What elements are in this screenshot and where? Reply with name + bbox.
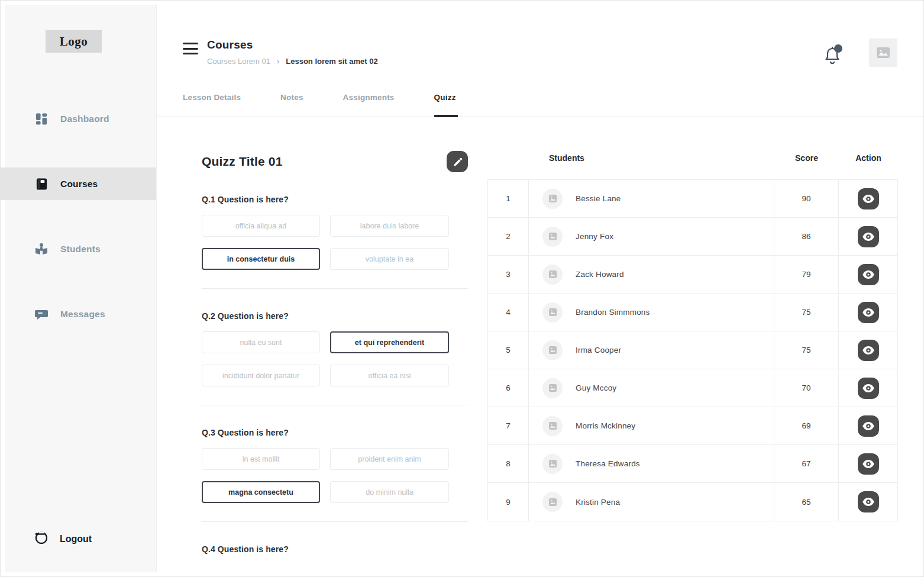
table-header: Students Score Action [487,153,898,163]
column-header-score: Score [774,153,839,163]
divider [202,288,468,289]
avatar-placeholder-icon [549,498,557,506]
students-icon [35,243,48,256]
student-avatar [542,416,563,436]
row-number: 9 [488,483,529,521]
avatar-placeholder-icon [549,346,557,354]
eye-icon [862,306,875,319]
avatar-placeholder-icon [877,47,890,58]
tab-assignments[interactable]: Assignments [343,93,395,116]
view-student-button[interactable] [858,491,879,512]
answer-option[interactable]: voluptate in ea [330,248,449,270]
student-score: 86 [774,218,839,255]
view-student-button[interactable] [858,415,879,437]
breadcrumb-parent[interactable]: Courses Lorem 01 [207,57,270,66]
answer-option[interactable]: labore duis labore [330,215,449,237]
row-number: 6 [488,369,529,407]
answer-option[interactable]: officia ea nisi [330,365,449,386]
answer-option[interactable]: et qui reprehenderit [330,331,449,353]
row-number: 5 [488,331,529,369]
eye-icon [862,382,875,395]
answer-option[interactable]: incididunt dolor pariatur [202,365,320,386]
answer-option[interactable]: do minim nulla [330,481,449,503]
view-student-button[interactable] [858,264,879,285]
sidebar-item-label: Dashbaord [60,114,109,124]
content: Quizz Title 01 Q.1 Question is here? off… [157,117,923,554]
table-row: 7 Morris Mckinney 69 [488,407,897,445]
sidebar-item-label: Messages [60,309,105,320]
answer-option[interactable]: proident enim anim [330,448,449,470]
view-student-button[interactable] [858,453,879,475]
answer-option[interactable]: nulla eu sunt [202,331,320,353]
user-avatar[interactable] [869,38,897,67]
view-student-button[interactable] [858,226,879,247]
pencil-icon [452,156,463,167]
students-table: 1 Bessie Lane 90 [487,179,898,521]
view-student-button[interactable] [858,340,879,361]
student-avatar [542,378,563,398]
divider [202,405,468,405]
eye-icon [862,495,875,508]
table-row: 6 Guy Mccoy 70 [488,369,897,407]
student-name: Morris Mckinney [576,421,635,430]
sidebar-item-courses[interactable]: Courses [1,167,156,200]
student-score: 70 [774,369,839,407]
table-row: 4 Brandon Simmmons 75 [488,294,897,331]
avatar-placeholder-icon [549,195,557,202]
tab-lesson-details[interactable]: Lesson Details [183,93,241,116]
row-number: 3 [488,256,529,293]
student-avatar [542,227,563,247]
answer-option[interactable]: in consectetur duis [202,248,320,270]
students-results: Students Score Action 1 Bessie Lane [487,145,898,554]
sidebar: Logo Dashbaord Courses Students [5,5,157,572]
question-label: Q.3 Question is here? [202,428,468,437]
notification-badge [834,44,842,53]
answer-option[interactable]: magna consectetu [202,481,320,503]
student-name: Irma Cooper [576,346,621,354]
row-number: 2 [488,218,529,255]
eye-icon [862,420,875,433]
hamburger-icon[interactable] [183,43,198,54]
lesson-tabs: Lesson Details Notes Assignments Quizz [157,93,923,117]
student-avatar [542,265,563,285]
student-avatar [542,302,563,323]
student-name: Theresa Edwards [576,459,640,468]
sidebar-item-messages[interactable]: Messages [5,298,156,330]
row-number: 8 [488,445,529,482]
student-name: Bessie Lane [576,194,621,203]
column-header-students: Students [529,153,774,163]
breadcrumb-current: Lesson lorem sit amet 02 [286,57,377,66]
avatar-placeholder-icon [549,422,557,430]
view-student-button[interactable] [858,302,879,323]
quiz-title: Quizz Title 01 [202,154,283,169]
question-label: Q.4 Question is here? [202,544,468,554]
logo: Logo [46,30,102,53]
tab-notes[interactable]: Notes [280,93,303,116]
table-row: 2 Jenny Fox 86 [488,218,897,256]
student-avatar [542,492,563,512]
student-score: 69 [774,407,839,444]
student-score: 65 [774,483,839,521]
logout-icon [35,531,47,546]
quiz-editor: Quizz Title 01 Q.1 Question is here? off… [202,145,468,554]
notifications-button[interactable] [824,46,841,64]
sidebar-item-students[interactable]: Students [5,233,156,265]
student-name: Brandon Simmmons [576,308,650,317]
answer-option[interactable]: officia aliqua ad [202,215,320,237]
row-number: 1 [488,180,529,217]
dashboard-icon [35,112,48,125]
app-window: Logo Dashbaord Courses Students [0,0,924,577]
student-score: 90 [774,180,839,217]
logout-button[interactable]: Logout [5,523,156,555]
sidebar-item-dashboard[interactable]: Dashbaord [5,102,156,135]
tab-quizz[interactable]: Quizz [434,93,456,116]
table-row: 5 Irma Cooper 75 [488,331,897,369]
edit-quiz-button[interactable] [447,151,468,172]
eye-icon [862,457,875,470]
answer-option[interactable]: in est mollit [202,448,320,470]
student-name: Zack Howard [576,270,624,279]
student-name: Guy Mccoy [576,383,616,392]
row-number: 7 [488,407,529,444]
view-student-button[interactable] [858,378,879,399]
view-student-button[interactable] [858,188,879,209]
